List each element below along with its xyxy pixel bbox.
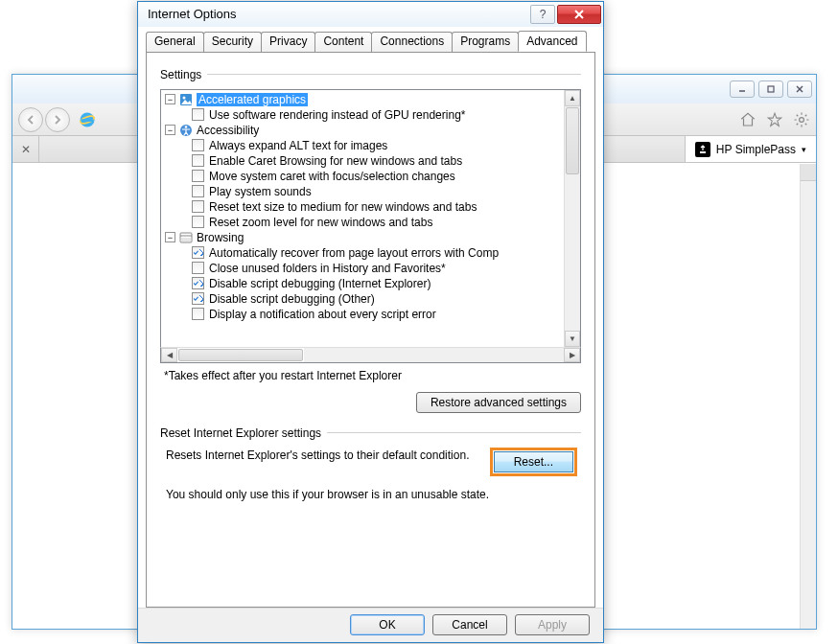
tab-security[interactable]: Security (203, 32, 262, 53)
svg-rect-8 (700, 151, 706, 153)
dialog-titlebar: Internet Options ? (138, 2, 603, 27)
divider (207, 74, 581, 75)
checkbox[interactable] (192, 200, 204, 213)
tree-item[interactable]: Play system sounds (165, 184, 564, 199)
home-icon[interactable] (739, 111, 757, 128)
ok-button[interactable]: OK (350, 614, 425, 635)
forward-button[interactable] (45, 107, 70, 132)
settings-tree-inner[interactable]: −Accelerated graphicsUse software render… (161, 90, 564, 347)
scroll-left-button[interactable]: ◀ (161, 348, 177, 362)
tree-section[interactable]: −Accelerated graphics (165, 92, 564, 107)
item-label: Disable script debugging (Internet Explo… (209, 277, 431, 290)
svg-point-7 (800, 117, 804, 122)
restore-advanced-button[interactable]: Restore advanced settings (416, 392, 581, 413)
dialog-footer: OK Cancel Apply (138, 608, 603, 642)
tab-privacy[interactable]: Privacy (261, 32, 315, 53)
tree-item[interactable]: Disable script debugging (Internet Explo… (165, 276, 564, 291)
tree-item[interactable]: Reset text size to medium for new window… (165, 199, 564, 215)
gear-icon[interactable] (793, 111, 810, 128)
tree-section[interactable]: −Browsing (165, 230, 564, 245)
item-label: Play system sounds (209, 185, 312, 198)
tab-panel-advanced: Settings −Accelerated graphicsUse softwa… (146, 52, 595, 608)
checkbox[interactable] (192, 292, 204, 305)
ie-logo-icon (78, 110, 97, 129)
tree-item[interactable]: Automatically recover from page layout e… (165, 245, 564, 261)
hscroll-thumb[interactable] (178, 349, 303, 361)
reset-groupbox: Reset Internet Explorer settings Resets … (160, 426, 581, 501)
svg-rect-6 (81, 119, 93, 122)
item-label: Enable Caret Browsing for new windows an… (209, 154, 462, 168)
checkbox[interactable] (192, 170, 204, 182)
help-button[interactable]: ? (530, 5, 555, 24)
dialog-close-button[interactable] (557, 5, 601, 24)
simplepass-icon (695, 142, 710, 157)
tree-item[interactable]: Move system caret with focus/selection c… (165, 169, 564, 184)
tab-advanced[interactable]: Advanced (518, 31, 586, 52)
reset-warning: You should only use this if your browser… (160, 488, 581, 501)
item-label: Automatically recover from page layout e… (209, 246, 499, 260)
vertical-scrollbar[interactable]: ▲ ▼ (564, 90, 580, 347)
scroll-thumb[interactable] (566, 107, 579, 174)
scroll-right-button[interactable]: ▶ (564, 348, 580, 362)
tab-programs[interactable]: Programs (452, 32, 519, 53)
svg-rect-1 (768, 86, 774, 92)
reset-button[interactable]: Reset... (494, 451, 573, 472)
collapse-icon[interactable]: − (165, 232, 175, 242)
dialog-title: Internet Options (148, 7, 237, 21)
checkbox[interactable] (192, 108, 204, 121)
back-button[interactable] (18, 107, 43, 132)
reset-group-label: Reset Internet Explorer settings (160, 426, 321, 440)
tree-item[interactable]: Always expand ALT text for images (165, 138, 564, 153)
svg-point-12 (183, 96, 186, 99)
settings-group-label: Settings (160, 68, 201, 81)
tree-item[interactable]: Close unused folders in History and Favo… (165, 261, 564, 276)
checkbox[interactable] (192, 139, 204, 151)
settings-tree: −Accelerated graphicsUse software render… (160, 89, 581, 348)
maximize-button[interactable] (758, 80, 783, 98)
tab-general[interactable]: General (146, 32, 204, 53)
minimize-button[interactable] (730, 80, 755, 98)
scroll-up-button[interactable]: ▲ (565, 90, 580, 106)
cancel-button[interactable]: Cancel (432, 614, 507, 635)
close-button[interactable] (787, 80, 812, 98)
checkbox[interactable] (192, 185, 204, 197)
svg-point-14 (185, 126, 188, 128)
scroll-down-button[interactable]: ▼ (565, 331, 580, 347)
item-label: Disable script debugging (Other) (209, 292, 375, 306)
item-label: Close unused folders in History and Favo… (209, 262, 446, 275)
tree-item[interactable]: Display a notification about every scrip… (165, 307, 564, 322)
checkbox[interactable] (192, 277, 204, 289)
tree-item[interactable]: Reset zoom level for new windows and tab… (165, 215, 564, 230)
favorites-icon[interactable] (766, 111, 783, 128)
tree-item[interactable]: Disable script debugging (Other) (165, 291, 564, 307)
tree-item[interactable]: Use software rendering instead of GPU re… (165, 107, 564, 123)
settings-groupbox: Settings −Accelerated graphicsUse softwa… (160, 68, 581, 413)
tree-section[interactable]: −Accessibility (165, 123, 564, 138)
item-label: Always expand ALT text for images (209, 139, 387, 152)
tab-connections[interactable]: Connections (371, 32, 453, 53)
checkbox[interactable] (192, 154, 204, 167)
collapse-icon[interactable]: − (165, 125, 175, 135)
checkbox[interactable] (192, 308, 204, 320)
simplepass-toolbar[interactable]: HP SimplePass ▾ (685, 136, 816, 162)
collapse-icon[interactable]: − (165, 94, 175, 104)
horizontal-scrollbar[interactable]: ◀ ▶ (160, 347, 581, 363)
new-tab-button[interactable]: ✕ (12, 136, 39, 162)
checkbox[interactable] (192, 216, 204, 228)
tab-content[interactable]: Content (314, 32, 372, 53)
chevron-down-icon: ▾ (802, 145, 806, 154)
apply-button[interactable]: Apply (515, 614, 590, 635)
reset-description: Resets Internet Explorer's settings to t… (166, 448, 480, 463)
checkbox[interactable] (192, 262, 204, 274)
item-label: Move system caret with focus/selection c… (209, 170, 455, 183)
section-label: Accelerated graphics (197, 93, 308, 106)
divider (327, 432, 581, 433)
tree-item[interactable]: Enable Caret Browsing for new windows an… (165, 153, 564, 169)
dialog-tabstrip: General Security Privacy Content Connect… (146, 31, 595, 52)
restart-note: *Takes effect after you restart Internet… (164, 369, 581, 382)
simplepass-label: HP SimplePass (716, 143, 796, 156)
content-scrollbar[interactable] (800, 164, 816, 629)
checkbox[interactable] (192, 246, 204, 259)
item-label: Use software rendering instead of GPU re… (209, 108, 465, 122)
internet-options-dialog: Internet Options ? General Security Priv… (137, 1, 604, 643)
